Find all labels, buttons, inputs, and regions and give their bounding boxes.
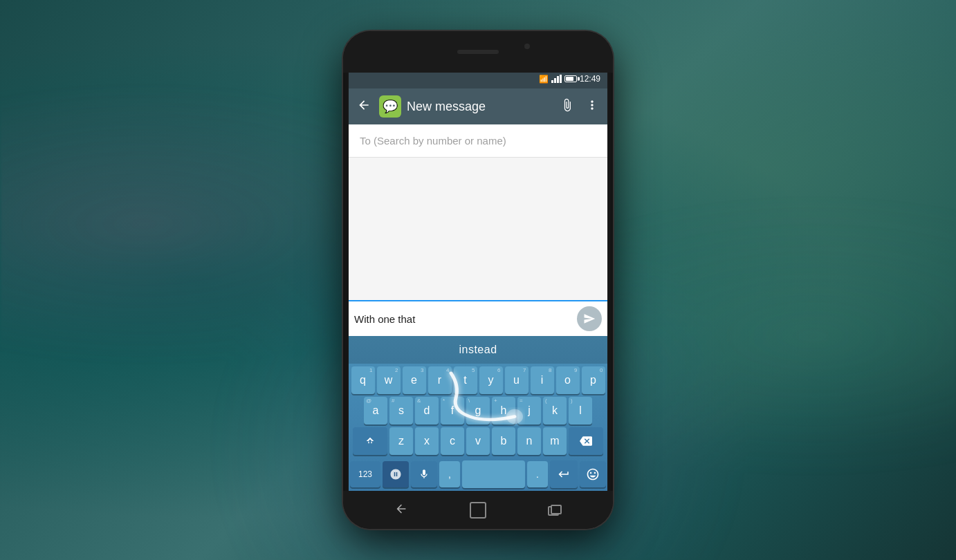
key-e[interactable]: 3e [403, 366, 426, 394]
key-row-2: @a #s &d *f \g +h =j (k )l [350, 397, 606, 424]
nav-recent-button[interactable] [548, 505, 562, 516]
signal-icon [551, 75, 562, 83]
app-title: New message [407, 100, 552, 114]
phone-wrapper: 📶 12:49 [343, 31, 613, 529]
send-button[interactable] [577, 306, 602, 331]
comma-key[interactable]: , [439, 461, 460, 487]
key-b[interactable]: b [492, 427, 515, 455]
status-time: 12:49 [580, 74, 600, 84]
space-key[interactable] [462, 460, 525, 488]
key-u[interactable]: 7u [505, 366, 528, 394]
key-d[interactable]: &d [415, 397, 439, 424]
message-area[interactable] [349, 158, 607, 300]
wifi-icon: 📶 [539, 75, 549, 84]
key-n[interactable]: n [517, 427, 541, 455]
status-icons: 📶 12:49 [539, 74, 600, 84]
key-f[interactable]: *f [441, 397, 464, 424]
key-z[interactable]: z [389, 427, 413, 455]
phone-top-bar [343, 31, 613, 73]
key-123-label: 123 [358, 469, 372, 479]
back-button[interactable] [354, 95, 374, 118]
key-r[interactable]: 4r [428, 366, 452, 394]
battery-fill [566, 77, 573, 81]
message-input[interactable]: With one that [354, 313, 571, 325]
to-placeholder: To (Search by number or name) [360, 135, 506, 147]
key-a[interactable]: @a [364, 397, 387, 424]
to-field[interactable]: To (Search by number or name) [349, 124, 607, 158]
key-w[interactable]: 2w [377, 366, 401, 394]
key-k[interactable]: (k [543, 397, 567, 424]
app-bar: 💬 New message [349, 88, 607, 124]
signal-bar-3 [557, 76, 559, 83]
key-m[interactable]: m [543, 427, 567, 455]
nav-home-button[interactable] [470, 502, 486, 519]
phone-screen: 📶 12:49 [349, 69, 607, 491]
microphone-key[interactable] [411, 461, 437, 487]
phone-speaker [457, 50, 499, 54]
enter-key[interactable] [550, 460, 578, 488]
attach-button[interactable] [558, 95, 577, 118]
period-key[interactable]: . [527, 461, 548, 487]
messenger-icon: 💬 [383, 99, 398, 114]
key-h[interactable]: +h [492, 397, 515, 424]
signal-bar-4 [560, 75, 562, 83]
swiftkey-logo [383, 461, 409, 487]
app-icon: 💬 [379, 95, 401, 118]
key-q[interactable]: 1q [351, 366, 375, 394]
key-c[interactable]: c [441, 427, 464, 455]
phone-bottom-bar [343, 491, 613, 529]
emoji-key[interactable] [580, 461, 606, 487]
key-o[interactable]: 9o [556, 366, 580, 394]
key-row-1: 1q 2w 3e 4r 5t 6y 7u 8i 9o 0p [350, 366, 606, 394]
key-x[interactable]: x [415, 427, 439, 455]
key-p[interactable]: 0p [582, 366, 605, 394]
key-s[interactable]: #s [389, 397, 413, 424]
delete-key[interactable] [569, 427, 603, 455]
nav-back-button[interactable] [394, 502, 408, 519]
key-j[interactable]: =j [517, 397, 541, 424]
more-button[interactable] [582, 95, 602, 118]
suggestion-bar[interactable]: instead [349, 336, 607, 364]
key-i[interactable]: 8i [531, 366, 554, 394]
suggestion-word[interactable]: instead [459, 344, 497, 356]
key-y[interactable]: 6y [479, 366, 503, 394]
keyboard: instead [349, 336, 607, 491]
key-row-3: z x c v b n m [350, 427, 606, 455]
key-g[interactable]: \g [466, 397, 490, 424]
message-input-row: With one that [349, 300, 607, 336]
keyboard-bottom-row: 123 , . [349, 460, 607, 491]
signal-bar-1 [551, 80, 553, 83]
phone-body: 📶 12:49 [343, 31, 613, 529]
signal-bar-2 [554, 78, 556, 83]
key-123[interactable]: 123 [350, 461, 380, 487]
shift-key[interactable] [353, 427, 387, 455]
key-v[interactable]: v [466, 427, 490, 455]
phone-camera [524, 44, 530, 49]
battery-icon [564, 75, 577, 82]
key-t[interactable]: 5t [454, 366, 477, 394]
app-bar-actions [558, 95, 602, 118]
keyboard-rows: 1q 2w 3e 4r 5t 6y 7u 8i 9o 0p @a [349, 364, 607, 460]
key-l[interactable]: )l [569, 397, 592, 424]
